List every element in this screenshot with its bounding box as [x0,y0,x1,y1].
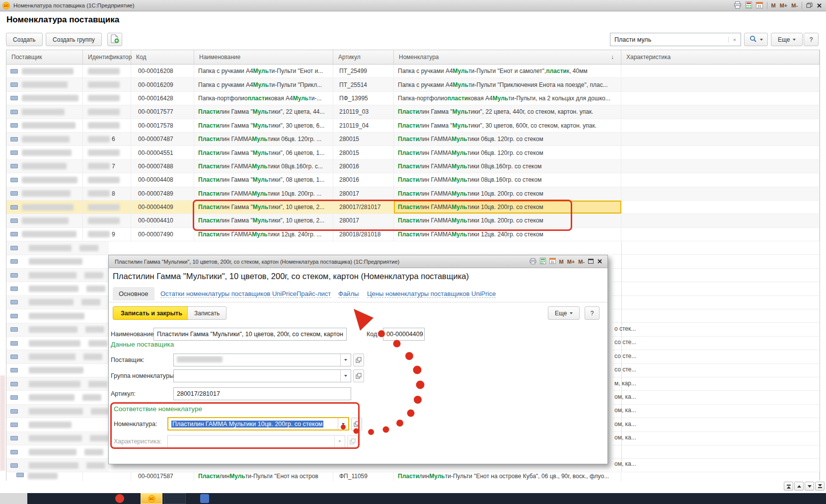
dialog-titlebar-text: Пластилин Гамма "Мультики", 10 цветов, 2… [109,259,399,265]
more-button[interactable]: Еще [771,33,803,46]
sort-descending-icon: ↓ [611,54,614,61]
tab-link-pricelist[interactable]: Прайс-лист [297,290,331,298]
create-button[interactable]: Создать [6,33,43,46]
item-icon [10,137,18,142]
calendar-icon[interactable]: 31 [549,258,556,265]
table-row[interactable]: 00-00017577Пластилин Гамма "Мультики", 2… [6,105,820,119]
calculator-icon[interactable] [746,1,752,9]
table-row[interactable]: 00-00016208Папка с ручками А4 Мульти-Пул… [6,65,820,78]
table-row[interactable]: 00-00016428Папка-портфолио пластиковая А… [6,92,820,105]
search-input[interactable]: Пласти муль × [610,33,741,46]
supplier-data-section-title: Данные поставщика [111,341,174,348]
column-header-characteristic[interactable]: Характеристика [621,50,820,64]
screen: 1С Номенклатура поставщика (1С:Предприят… [0,0,826,504]
print-icon[interactable] [734,1,742,9]
table-row[interactable]: 00-00017578Пластилин Гамма "Мультики", 3… [6,119,820,133]
memory-m-minus-button[interactable]: M- [578,259,585,265]
help-button[interactable]: ? [804,33,819,46]
supplier-field[interactable] [173,354,351,366]
new-document-icon [110,34,120,45]
column-header-name[interactable]: Наименование [194,50,333,64]
table-row[interactable]: 700-00007488Пластилин ГАММА Мультики 08ц… [6,160,820,173]
table-row[interactable]: 00-00017587 Пластилин Мульти-Пульти "Ено… [6,472,820,481]
memory-m-plus-button[interactable]: M+ [780,2,788,8]
dropdown-icon[interactable] [338,418,348,430]
scroll-up-button[interactable] [794,482,804,491]
save-and-close-button[interactable]: Записать и закрыть [113,306,190,320]
open-supplier-icon[interactable] [353,354,364,366]
close-icon[interactable]: ✕ [817,2,822,9]
name-field[interactable]: Пластилин Гамма "Мультики", 10 цветов, 2… [153,328,347,341]
table-body: 00-00016208Папка с ручками А4 Мульти-Пул… [6,65,820,241]
calendar-icon[interactable]: 31 [756,1,763,9]
scroll-to-bottom-button[interactable] [815,482,825,491]
column-header-article[interactable]: Артикул [333,50,394,64]
taskbar-1c-app-active[interactable]: 1С [141,493,162,504]
column-header-code[interactable]: Код [131,50,194,64]
hidden-row-fragment: со сте... [614,366,649,373]
taskbar: 1С [0,493,826,504]
svg-text:31: 31 [550,260,554,264]
scroll-to-top-button[interactable] [784,482,793,491]
row-name: Пластилин Мульти-Пульти "Енот на остров [194,472,333,481]
tab-link-prices[interactable]: Цены номенклатуры поставщиков UniPrice [367,290,496,298]
nomenclature-field[interactable]: Пластилин ГАММА Мультики 10цв. 200гр. со… [167,417,349,431]
table-row[interactable]: 600-00007487Пластилин ГАММА Мультики 06ц… [6,133,820,146]
divider [109,302,607,302]
tab-link-remains[interactable]: Остатки номенклатуры поставщиков UniPric… [160,290,297,298]
column-header-nomenclature[interactable]: Номенклатура↓ [394,50,621,64]
taskbar-app-tile[interactable] [164,493,186,504]
dialog-help-button[interactable]: ? [585,306,600,320]
dropdown-icon[interactable] [340,370,351,382]
row-nomenclature: Пластилин Мульти-Пульти "Енот на острове… [394,472,621,481]
table-row[interactable]: 00-00004409Пластилин Гамма "Мультики", 1… [6,201,820,214]
table-row[interactable]: 00-00004408Пластилин Гамма "Мультики", 0… [6,173,820,187]
item-icon [10,218,18,223]
dropdown-icon[interactable] [340,354,351,366]
restore-window-icon[interactable] [806,2,813,9]
open-nomenclature-icon[interactable] [351,418,362,431]
table-row[interactable]: 00-00004551Пластилин Гамма "Мультики", 0… [6,146,820,159]
table-row[interactable]: 00-00004410Пластилин Гамма "Мультики", 1… [6,214,820,227]
memory-m-minus-button[interactable]: M- [791,2,798,8]
chevron-down-icon [793,39,796,41]
dialog-more-button[interactable]: Еще [548,306,580,320]
table-row[interactable]: 800-00007489Пластилин ГАММА Мультики 10ц… [6,187,820,201]
new-document-button[interactable] [107,33,122,46]
taskbar-app-icon-red[interactable] [115,494,124,503]
memory-m-plus-button[interactable]: M+ [567,259,575,265]
print-icon[interactable] [529,258,536,265]
close-icon[interactable]: ✕ [597,258,602,265]
selected-text: Пластилин ГАММА Мультики 10цв. 200гр. со… [171,421,323,428]
tab-link-files[interactable]: Файлы [338,290,359,298]
calculator-icon[interactable] [540,258,546,265]
group-field[interactable] [173,369,351,382]
scroll-down-button[interactable] [805,482,814,491]
item-icon [10,164,18,168]
save-button[interactable]: Записать [187,306,226,320]
code-field[interactable]: 00-00004409 [383,328,425,341]
taskbar-app-icon-blue[interactable] [200,494,209,503]
memory-m-button[interactable]: M [559,259,564,265]
maximize-icon[interactable] [588,259,594,265]
table-row[interactable]: 900-00007490Пластилин ГАММА Мультики 12ц… [6,228,820,241]
table-row[interactable]: 00-00016209Папка с ручками А4 Мульти-Пул… [6,78,820,91]
article-field-label: Артикул: [111,390,136,397]
clear-search-icon[interactable]: × [728,37,741,43]
taskbar-start-area[interactable] [0,493,27,504]
search-icon [750,35,757,44]
item-icon [10,232,18,236]
column-header-identifier[interactable]: Идентификатор [83,50,131,64]
create-group-button[interactable]: Создать группу [46,33,102,46]
open-characteristic-icon [347,435,358,448]
article-field[interactable]: 280017/281017 [173,387,351,400]
column-header-supplier[interactable]: Поставщик [6,50,83,64]
search-button[interactable] [744,33,768,46]
memory-m-button[interactable]: M [771,2,776,8]
characteristic-field[interactable] [167,435,345,448]
table-header: Поставщик Идентификатор Код Наименование… [6,50,820,65]
item-dialog: Пластилин Гамма "Мультики", 10 цветов, 2… [108,255,608,464]
open-group-icon[interactable] [353,369,364,382]
main-titlebar: 1С Номенклатура поставщика (1С:Предприят… [0,0,826,11]
tab-main[interactable]: Основное [113,287,154,300]
